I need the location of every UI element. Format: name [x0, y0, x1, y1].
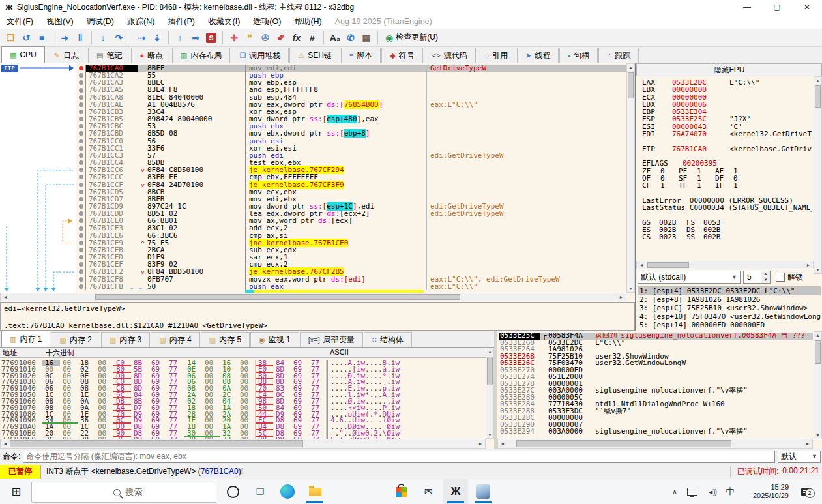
file-explorer-icon[interactable]: [302, 479, 327, 504]
view-tab-8[interactable]: ◆符号: [381, 48, 422, 63]
trace-into-icon[interactable]: ⇢: [134, 31, 149, 45]
stack-row[interactable]: 0533E25C┌00583F4A返回到 siglusengine_noloca…: [499, 333, 813, 340]
breakpoint-dot[interactable]: [76, 224, 86, 231]
breakpoint-dot[interactable]: [76, 239, 86, 246]
view-tab-3[interactable]: ●断点: [131, 48, 171, 63]
view-tab-11[interactable]: ➤线程: [517, 48, 559, 63]
view-tab-13[interactable]: ∴跟踪: [598, 48, 639, 63]
breakpoint-dot[interactable]: [76, 254, 86, 261]
siglusengine-taskbar-icon[interactable]: [471, 479, 495, 504]
favourites-icon[interactable]: ✐: [273, 31, 289, 45]
flags-row[interactable]: ZF0PF1AF1: [642, 168, 812, 175]
view-tab-12[interactable]: ▪句柄: [559, 48, 598, 63]
step-into-icon[interactable]: ↓: [95, 31, 111, 45]
minimize-button[interactable]: —: [732, 0, 762, 14]
stack-rows[interactable]: 0533E25C┌00583F4A返回到 siglusengine_noloca…: [499, 333, 813, 437]
stack-row[interactable]: 0533E2800000005C: [499, 394, 813, 402]
register-row[interactable]: ESP0533E25C"J?X": [642, 115, 812, 123]
register-row[interactable]: ECX00000000: [642, 94, 812, 101]
stack-row[interactable]: 0533E2641A981026: [499, 346, 813, 353]
step-over-icon[interactable]: ↷: [111, 31, 126, 45]
disasm-row[interactable]: 767B1CBD8B5D 08mov ebx,dword ptr ss:[ebp…: [76, 130, 626, 137]
patches-icon[interactable]: ✚: [226, 31, 242, 45]
register-row[interactable]: EIP767B1CA0<kernelbase.GetDriveTypeW>: [642, 145, 812, 153]
breakpoint-dot[interactable]: [76, 166, 86, 173]
disasm-vertical-scrollbar[interactable]: ▲▼: [626, 63, 635, 293]
breakpoint-dot[interactable]: [76, 145, 86, 152]
breakpoint-dot[interactable]: [76, 101, 86, 108]
menu-item-6[interactable]: 选项(O): [246, 16, 287, 27]
view-tab-5[interactable]: ❐调用堆栈: [231, 48, 289, 63]
close-button[interactable]: ✕: [792, 0, 822, 14]
notification-center-button[interactable]: 2: [794, 479, 817, 504]
pause-icon[interactable]: ‖: [72, 31, 88, 45]
view-tab-1[interactable]: ✎日志: [46, 48, 87, 63]
stack-row[interactable]: 0533E28477718430ntdll.NtdllDialogWndProc…: [499, 401, 813, 408]
dock-tab-0[interactable]: ▥内存 1: [1, 331, 50, 348]
view-tab-9[interactable]: <>源代码: [424, 48, 476, 63]
view-tab-4[interactable]: ▥内存布局: [172, 48, 230, 63]
stack-horizontal-scrollbar[interactable]: ◄►: [497, 439, 813, 449]
breakpoint-dot[interactable]: [76, 159, 86, 166]
arguments-list[interactable]: 1: [esp+4] 0533E2DC 0533E2DC L"C:\\"2: […: [638, 286, 821, 329]
register-row[interactable]: EBP0533E304: [642, 108, 812, 115]
menu-item-3[interactable]: 跟踪(N): [121, 16, 161, 27]
breakpoint-dot[interactable]: [76, 72, 86, 79]
breakpoint-dot[interactable]: [76, 217, 86, 224]
breakpoint-dot[interactable]: [76, 261, 86, 268]
argument-row[interactable]: 3: [esp+C] 75F25B10 <user32.ShowWindow>: [638, 304, 821, 312]
argument-row[interactable]: 4: [esp+10] 75F03470 <user32.GetWindowLo…: [638, 312, 821, 321]
restart-icon[interactable]: ↺: [18, 31, 34, 45]
breakpoint-dot[interactable]: [76, 115, 86, 123]
stack-row[interactable]: 0533E26C75F03470user32.GetWindowLongW: [499, 360, 813, 367]
run-icon[interactable]: ➜: [57, 31, 72, 45]
dock-tab-6[interactable]: [x=]局部变量: [300, 332, 363, 347]
breakpoint-dot[interactable]: [76, 79, 86, 86]
argument-row[interactable]: 1: [esp+4] 0533E2DC 0533E2DC L"C:\\": [638, 287, 821, 295]
stack-row[interactable]: 0533E28C00000000: [499, 415, 813, 422]
breakpoint-dot[interactable]: [76, 188, 86, 196]
breakpoint-dot[interactable]: [76, 246, 86, 254]
view-tab-7[interactable]: ≡脚本: [341, 48, 381, 63]
tray-expand-icon[interactable]: ∧: [666, 479, 683, 504]
check-updates-button[interactable]: ◉检查更新(U): [385, 32, 438, 43]
registers-horizontal-scrollbar[interactable]: ◄►: [636, 261, 814, 269]
command-input[interactable]: [23, 451, 775, 463]
register-list[interactable]: EAX0533E2DCL"C:\\"EBX00000000ECX00000000…: [642, 79, 812, 247]
stack-row[interactable]: 0533E274051E2000: [499, 374, 813, 381]
attach-icon[interactable]: ✇: [257, 31, 273, 45]
view-tab-2[interactable]: ▤笔记: [88, 48, 130, 63]
register-row[interactable]: EFLAGS00200395: [642, 160, 812, 167]
arg-count-stepper[interactable]: 5 ▲▼: [743, 271, 771, 284]
breakpoint-dot[interactable]: [76, 268, 86, 275]
stack-row[interactable]: 0533E2880533E3DC"`缄v撕7": [499, 408, 813, 415]
clock[interactable]: 15:29 2025/10/29: [741, 479, 790, 504]
view-tab-6[interactable]: ⚠SEH链: [289, 48, 340, 63]
stack-row[interactable]: 0533E29000000007: [499, 422, 813, 429]
spin-down-icon[interactable]: ▼: [761, 277, 770, 283]
start-button[interactable]: ⊞: [4, 479, 29, 504]
volume-icon[interactable]: ◄)): [703, 479, 721, 504]
trace-over-icon[interactable]: ⇣: [149, 31, 165, 45]
menu-item-5[interactable]: 收藏夹(I): [201, 16, 246, 27]
network-icon[interactable]: [683, 479, 701, 504]
argument-row[interactable]: 5: [esp+14] 000000ED 000000ED: [638, 321, 821, 329]
phone-icon[interactable]: ✆: [343, 31, 359, 45]
disasm-row[interactable]: 767B1CB5898424 80040000mov dword ptr ss:…: [76, 115, 626, 123]
taskbar-search-box[interactable]: 搜索: [31, 482, 216, 503]
command-profile-select[interactable]: 默认▼: [778, 451, 821, 463]
disassembly-pane[interactable]: EIP 767B1CA08BFFmov edi,ediGetDriveTypeW…: [0, 63, 636, 331]
dock-tab-5[interactable]: ◉监视 1: [250, 332, 299, 347]
dock-tab-4[interactable]: ▥内存 5: [201, 332, 250, 347]
disasm-row[interactable]: 767B1CA08BFFmov edi,ediGetDriveTypeW: [76, 65, 626, 72]
breakpoint-dot[interactable]: [76, 65, 86, 72]
stack-row[interactable]: 0533E26875F25B10user32.ShowWindow: [499, 353, 813, 361]
flags-row[interactable]: OF0SF1DF0: [642, 175, 812, 182]
view-tab-0[interactable]: ▦CPU: [1, 46, 45, 63]
disasm-row[interactable]: 767B1CFB50push eaxeax:L"C:\\": [76, 283, 626, 290]
mail-icon[interactable]: ✉: [416, 479, 441, 504]
memory-dump-pane[interactable]: 地址 十六进制 ASCII 7769100016001800C08B697714…: [0, 347, 494, 449]
breakpoint-dot[interactable]: [76, 94, 86, 101]
registers-vertical-scrollbar[interactable]: ▲▼: [814, 76, 822, 274]
execute-till-return-icon[interactable]: ↑: [172, 31, 188, 45]
